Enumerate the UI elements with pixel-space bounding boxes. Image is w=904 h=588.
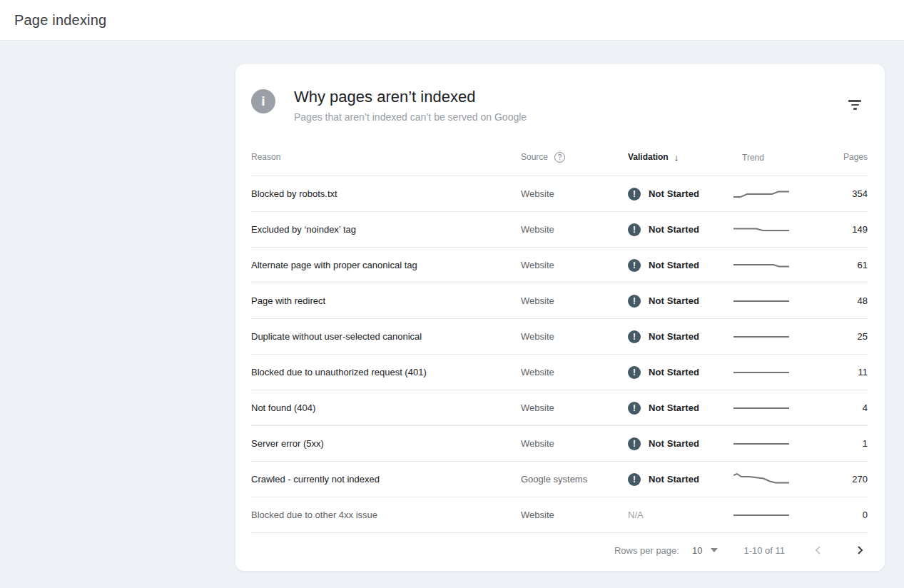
not-started-icon: ! (628, 402, 641, 415)
pages-count: 149 (813, 224, 868, 235)
issues-table: Reason Source ? Validation ↓ Trend Pages… (235, 147, 885, 532)
not-started-icon: ! (628, 188, 641, 201)
trend-sparkline (733, 257, 791, 274)
table-body: Blocked by robots.txt Website ! Not Star… (251, 176, 868, 532)
not-started-icon: ! (628, 437, 641, 450)
not-started-icon: ! (628, 330, 641, 343)
validation-status: Not Started (649, 260, 699, 270)
card-subtitle: Pages that aren’t indexed can’t be serve… (294, 111, 527, 123)
table-row-crawled-not-indexed[interactable]: Crawled - currently not indexed Google s… (251, 461, 868, 497)
trend-sparkline (733, 293, 791, 310)
validation-status: Not Started (649, 402, 699, 413)
pages-count: 61 (813, 260, 868, 270)
next-page-button[interactable] (852, 542, 868, 558)
validation-status: Not Started (649, 438, 699, 449)
table-row-blocked-robots[interactable]: Blocked by robots.txt Website ! Not Star… (251, 176, 868, 211)
rows-per-page-select[interactable]: 10 (692, 545, 718, 556)
validation-status: Not Started (649, 474, 699, 485)
table-row-other-4xx[interactable]: Blocked due to other 4xx issue Website N… (251, 497, 868, 532)
trend-sparkline (733, 471, 791, 488)
table-row-noindex[interactable]: Excluded by ‘noindex’ tag Website ! Not … (251, 211, 868, 247)
header-pages: Pages (813, 152, 868, 162)
chevron-right-icon (855, 545, 865, 555)
table-row-alternate-canonical[interactable]: Alternate page with proper canonical tag… (251, 247, 868, 283)
pages-count: 4 (813, 402, 868, 413)
header-reason: Reason (251, 152, 521, 162)
top-bar: Page indexing (0, 0, 904, 41)
table-footer: Rows per page: 10 1-10 of 11 (251, 532, 868, 567)
help-icon[interactable]: ? (554, 152, 565, 163)
rows-per-page-label: Rows per page: (614, 545, 679, 556)
trend-sparkline (733, 435, 791, 452)
trend-sparkline (733, 507, 791, 524)
not-started-icon: ! (628, 295, 641, 308)
not-started-icon: ! (628, 259, 641, 272)
pages-count: 0 (813, 510, 868, 520)
trend-sparkline (733, 364, 791, 381)
table-row-unauthorized-401[interactable]: Blocked due to unauthorized request (401… (251, 354, 868, 390)
validation-status: Not Started (649, 331, 699, 342)
not-started-icon: ! (628, 223, 641, 236)
dropdown-caret-icon (711, 548, 718, 552)
table-row-duplicate-canonical[interactable]: Duplicate without user-selected canonica… (251, 318, 868, 354)
trend-sparkline (733, 221, 791, 238)
card-header: i Why pages aren’t indexed Pages that ar… (235, 64, 885, 123)
chevron-left-icon (813, 545, 823, 555)
page-title: Page indexing (14, 12, 106, 29)
why-pages-arent-indexed-card: i Why pages aren’t indexed Pages that ar… (235, 64, 885, 571)
header-trend: Trend (733, 153, 764, 163)
info-icon: i (251, 89, 275, 113)
pagination-range: 1-10 of 11 (743, 545, 785, 556)
pages-count: 354 (813, 188, 868, 199)
pages-count: 25 (813, 331, 868, 342)
table-row-not-found-404[interactable]: Not found (404) Website ! Not Started 4 (251, 390, 868, 425)
validation-status: Not Started (649, 367, 699, 377)
sort-desc-icon: ↓ (674, 152, 679, 163)
not-started-icon: ! (628, 366, 641, 379)
trend-sparkline (733, 186, 791, 203)
validation-status: N/A (628, 510, 644, 520)
table-row-redirect[interactable]: Page with redirect Website ! Not Started… (251, 283, 868, 318)
pages-count: 11 (813, 367, 868, 377)
validation-status: Not Started (649, 188, 699, 199)
prev-page-button[interactable] (811, 542, 826, 558)
table-header-row: Reason Source ? Validation ↓ Trend Pages (251, 147, 868, 167)
trend-sparkline (733, 400, 791, 417)
table-row-server-error-5xx[interactable]: Server error (5xx) Website ! Not Started… (251, 425, 868, 461)
pages-count: 48 (813, 295, 868, 306)
pages-count: 1 (813, 438, 868, 449)
pages-count: 270 (813, 474, 868, 485)
trend-sparkline (733, 328, 791, 345)
validation-status: Not Started (649, 295, 699, 306)
card-title: Why pages aren’t indexed (294, 88, 527, 106)
filter-icon[interactable] (845, 95, 865, 115)
header-validation-sort[interactable]: Validation ↓ (628, 152, 733, 163)
validation-status: Not Started (649, 224, 699, 235)
header-source: Source (521, 152, 548, 162)
not-started-icon: ! (628, 473, 641, 486)
